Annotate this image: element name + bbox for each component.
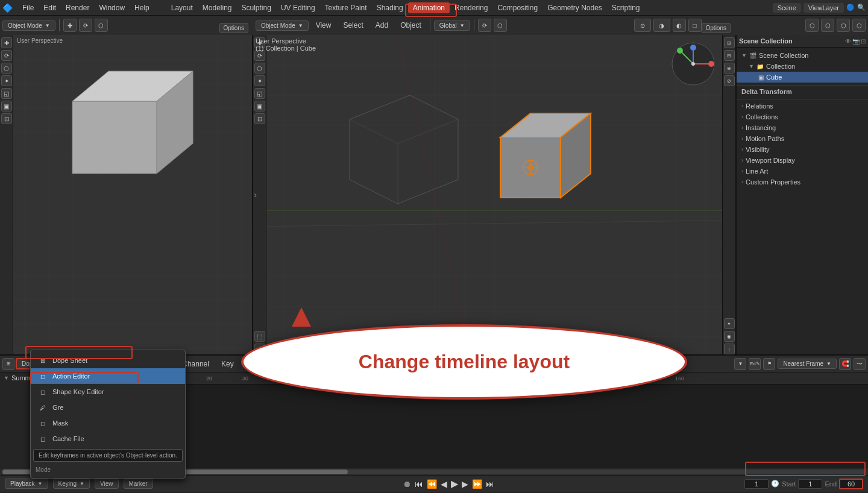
navigation-gizmo[interactable] xyxy=(669,40,717,89)
main-add[interactable]: Add xyxy=(371,20,393,31)
right-tool-3[interactable]: ⬡ xyxy=(837,19,850,32)
left-strip-tool7[interactable]: ⊡ xyxy=(1,113,12,124)
dropdown-gre[interactable]: 🖊 Gre xyxy=(31,400,185,415)
dropdown-dope-sheet[interactable]: ⊞ Dope Sheet xyxy=(31,353,185,368)
dropdown-mask[interactable]: ◻ Mask xyxy=(31,415,185,431)
viewport-shading-btn[interactable]: ◑ xyxy=(653,19,670,32)
main-mode-select[interactable]: Object Mode xyxy=(256,20,309,31)
collection-icon-eye[interactable]: 👁 xyxy=(845,38,851,45)
scene-tree-collection[interactable]: ▼ 📁 Collection xyxy=(737,61,868,72)
nav-strip-5[interactable]: ✦ xyxy=(724,318,735,329)
left-viewport[interactable]: ✚ ⟳ ⬡ ✦ ◱ ▣ ⊡ User Perspective xyxy=(0,35,252,354)
left-strip-tool5[interactable]: ◱ xyxy=(1,88,12,99)
timeline-edit-btn[interactable]: Ed✎ xyxy=(749,358,761,370)
nav-strip-4[interactable]: ⊘ xyxy=(724,75,735,86)
jump-end-btn[interactable]: ⏭ xyxy=(486,479,494,489)
left-tool-2[interactable]: ⟳ xyxy=(79,19,92,32)
timeline-pin-btn[interactable]: ⚑ xyxy=(763,358,775,370)
menu-window[interactable]: Window xyxy=(94,2,130,13)
main-global-select[interactable]: Global xyxy=(434,20,470,31)
left-strip-tool2[interactable]: ⟳ xyxy=(1,50,12,61)
view-layer-selector[interactable]: ViewLayer xyxy=(804,3,844,13)
dropdown-shape-key[interactable]: ◻ Shape Key Editor xyxy=(31,384,185,400)
end-frame-input[interactable] xyxy=(839,479,863,489)
right-tool-2[interactable]: ⬡ xyxy=(821,19,834,32)
tab-uv-editing[interactable]: UV Editing xyxy=(276,2,320,13)
viewport-shading-solid[interactable]: ◐ xyxy=(673,19,686,32)
section-relations[interactable]: › Relations xyxy=(737,101,868,111)
scene-tree-root[interactable]: ▼ 🎬 Scene Collection xyxy=(737,50,868,61)
main-tool-2[interactable]: ⬡ xyxy=(494,19,507,32)
dropdown-cache-file[interactable]: ◻ Cache File xyxy=(31,431,185,447)
collection-icon-camera[interactable]: 📷 xyxy=(852,38,860,45)
main-tool-1[interactable]: ⟳ xyxy=(478,19,491,32)
playback-view[interactable]: View xyxy=(95,479,119,489)
menu-render[interactable]: Render xyxy=(61,2,94,13)
left-mode-select[interactable]: Object Mode xyxy=(2,20,55,31)
timeline-filter-icon[interactable]: ▼ xyxy=(734,358,746,370)
section-instancing[interactable]: › Instancing xyxy=(737,122,868,133)
main-options-btn[interactable]: Options xyxy=(702,23,731,33)
scene-selector[interactable]: Scene xyxy=(773,3,801,13)
tab-sculpting[interactable]: Sculpting xyxy=(237,2,276,13)
prev-frame-btn[interactable]: ◀ xyxy=(441,479,447,489)
record-btn[interactable]: ⏺ xyxy=(403,479,411,489)
right-tool-4[interactable]: ⬡ xyxy=(852,19,866,32)
section-line-art[interactable]: › Line Art xyxy=(737,166,868,177)
main-viewport[interactable]: User Perspective (1) Collection | Cube ✚… xyxy=(253,35,735,354)
main-view[interactable]: View xyxy=(311,20,336,31)
section-visibility[interactable]: › Visibility xyxy=(737,144,868,155)
prev-keyframe-btn[interactable]: ⏪ xyxy=(427,479,437,489)
viewport-shading-wire[interactable]: □ xyxy=(688,19,702,32)
section-motion-paths[interactable]: › Motion Paths xyxy=(737,133,868,144)
section-viewport-display[interactable]: › Viewport Display xyxy=(737,155,868,166)
nav-strip-6[interactable]: ◉ xyxy=(724,331,735,342)
menu-help[interactable]: Help xyxy=(130,2,154,13)
play-btn[interactable]: ▶ xyxy=(451,478,458,489)
timeline-magnet-btn[interactable]: 🧲 xyxy=(839,358,851,370)
scene-tree-cube[interactable]: ▣ Cube xyxy=(737,72,868,83)
tab-compositing[interactable]: Compositing xyxy=(492,2,542,13)
left-strip-tool3[interactable]: ⬡ xyxy=(1,63,12,74)
section-custom-properties[interactable]: › Custom Properties xyxy=(737,177,868,187)
tab-scripting[interactable]: Scripting xyxy=(607,2,645,13)
tab-modeling[interactable]: Modeling xyxy=(198,2,237,13)
timeline-key[interactable]: Key xyxy=(216,359,239,369)
dropdown-action-editor[interactable]: ◻ Action Editor xyxy=(31,368,185,384)
left-strip-tool6[interactable]: ▣ xyxy=(1,101,12,111)
nav-strip-1[interactable]: ⊞ xyxy=(724,37,735,48)
search-icon[interactable]: 🔍 xyxy=(857,4,866,11)
jump-start-btn[interactable]: ⏮ xyxy=(415,479,423,489)
panel-resize-handle[interactable]: › xyxy=(254,190,257,199)
left-options-btn[interactable]: Options xyxy=(219,23,248,33)
nav-strip-3[interactable]: ⊕ xyxy=(724,63,735,74)
main-object[interactable]: Object xyxy=(395,20,426,31)
left-strip-tool4[interactable]: ✦ xyxy=(1,75,12,86)
collection-icon-render[interactable]: ⊡ xyxy=(861,38,866,45)
timeline-icon-btn[interactable]: ⊞ xyxy=(2,358,14,370)
tab-layout[interactable]: Layout xyxy=(166,2,198,13)
playback-dropdown[interactable]: Playback xyxy=(5,479,48,489)
nav-strip-2[interactable]: ⊟ xyxy=(724,50,735,61)
left-tool-3[interactable]: ⬡ xyxy=(95,19,108,32)
timeline-wave-btn[interactable]: 〜 xyxy=(854,358,866,370)
playback-marker[interactable]: Marker xyxy=(124,479,153,489)
left-tool-select[interactable]: ✚ xyxy=(63,19,77,32)
keying-dropdown[interactable]: Keying xyxy=(53,479,90,489)
menu-edit[interactable]: Edit xyxy=(39,2,61,13)
tab-animation[interactable]: Animation xyxy=(408,2,450,13)
section-collections[interactable]: › Collections xyxy=(737,111,868,122)
next-frame-btn[interactable]: ▶ xyxy=(462,479,468,489)
current-frame-input[interactable] xyxy=(744,479,769,489)
next-keyframe-btn[interactable]: ⏩ xyxy=(472,479,482,489)
tab-rendering[interactable]: Rendering xyxy=(450,2,492,13)
tab-geometry-nodes[interactable]: Geometry Nodes xyxy=(542,2,607,13)
right-tool-1[interactable]: ⬡ xyxy=(805,19,819,32)
start-frame-input[interactable] xyxy=(798,479,822,489)
main-select[interactable]: Select xyxy=(338,20,368,31)
left-strip-tool1[interactable]: ✚ xyxy=(1,37,12,48)
nav-strip-7[interactable]: ⋮ xyxy=(724,344,735,354)
viewport-overlay-btn[interactable]: ⊙ xyxy=(634,19,651,32)
snap-dropdown[interactable]: Nearest Frame xyxy=(778,359,837,369)
tab-texture-paint[interactable]: Texture Paint xyxy=(320,2,372,13)
